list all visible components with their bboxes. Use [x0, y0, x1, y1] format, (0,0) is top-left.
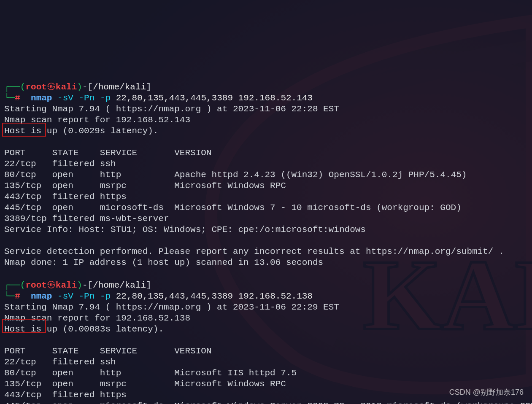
prompt-user: root: [25, 82, 46, 92]
prompt-cwd: /home/kali: [93, 280, 146, 290]
table-row: 80/tcp open http Microsoft IIS httpd 7.5: [4, 368, 297, 378]
prompt-l2-pre: └─: [4, 291, 15, 301]
scan1-svcinfo: Service Info: Host: STU1; OS: Windows; C…: [4, 225, 366, 234]
cmd-flag-p: -p: [100, 291, 111, 301]
terminal-window[interactable]: KALI ┌──(root㉿kali)-[/home/kali] └─# nma…: [0, 0, 532, 404]
cmd-flag-sv: -sV: [57, 291, 73, 301]
prompt-cwd: /home/kali: [93, 82, 146, 92]
prompt-hash: #: [15, 93, 20, 103]
scan1-header: PORT STATE SERVICE VERSION: [4, 148, 211, 158]
terminal-output: ┌──(root㉿kali)-[/home/kali] └─# nmap -sV…: [4, 70, 528, 404]
cmd-flag-pn: -Pn: [79, 291, 95, 301]
scan1-detect: Service detection performed. Please repo…: [4, 247, 504, 256]
prompt-open: ┌──(: [4, 82, 25, 92]
prompt-line-1: ┌──(root㉿kali)-[/home/kali]: [4, 82, 151, 92]
prompt-close: ): [77, 82, 82, 92]
table-row: 3389/tcp filtered ms-wbt-server: [4, 214, 169, 224]
scan1-start: Starting Nmap 7.94 ( https://nmap.org ) …: [4, 104, 339, 114]
prompt-l2-pre: └─: [4, 93, 15, 103]
scan2-hostup: Host is up (0.00083s latency).: [4, 324, 164, 334]
table-row: 80/tcp open http Apache httpd 2.4.23 ((W…: [4, 170, 467, 180]
prompt-dash: -[: [82, 280, 93, 290]
cmd-flag-p: -p: [100, 93, 111, 103]
table-row: 445/tcp open microsoft-ds Microsoft Wind…: [4, 401, 532, 404]
prompt-line-2[interactable]: └─# nmap -sV -Pn -p 22,80,135,443,445,33…: [4, 93, 313, 103]
prompt-line-1: ┌──(root㉿kali)-[/home/kali]: [4, 280, 151, 290]
prompt-close: ): [77, 280, 82, 290]
table-row: 443/tcp filtered https: [4, 390, 127, 400]
table-row: 135/tcp open msrpc Microsoft Windows RPC: [4, 379, 286, 389]
prompt-close-bracket: ]: [146, 82, 151, 92]
prompt-user: root: [25, 280, 46, 290]
scan1-done: Nmap done: 1 IP address (1 host up) scan…: [4, 258, 323, 267]
cmd-args: 22,80,135,443,445,3389 192.168.52.138: [116, 291, 313, 301]
cmd-nmap: nmap: [31, 93, 52, 103]
scan2-header: PORT STATE SERVICE VERSION: [4, 346, 211, 356]
cmd-args: 22,80,135,443,445,3389 192.168.52.143: [116, 93, 313, 103]
table-row: 22/tcp filtered ssh: [4, 357, 116, 367]
table-row: 22/tcp filtered ssh: [4, 159, 116, 169]
scan1-hostup: Host is up (0.0029s latency).: [4, 126, 158, 136]
cmd-nmap: nmap: [31, 291, 52, 301]
prompt-host: kali: [56, 82, 77, 92]
prompt-hash: #: [15, 291, 20, 301]
csdn-watermark: CSDN @别野加奈176: [449, 387, 524, 398]
skull-icon: ㉿: [47, 279, 56, 290]
prompt-close-bracket: ]: [146, 280, 151, 290]
cmd-flag-pn: -Pn: [79, 93, 95, 103]
prompt-host: kali: [56, 280, 77, 290]
scan2-start: Starting Nmap 7.94 ( https://nmap.org ) …: [4, 302, 339, 312]
prompt-dash: -[: [82, 82, 93, 92]
skull-icon: ㉿: [47, 81, 56, 92]
table-row: 135/tcp open msrpc Microsoft Windows RPC: [4, 181, 286, 191]
table-row: 445/tcp open microsoft-ds Microsoft Wind…: [4, 203, 462, 213]
scan1-report: Nmap scan report for 192.168.52.143: [4, 115, 190, 125]
prompt-open: ┌──(: [4, 280, 25, 290]
prompt-line-2[interactable]: └─# nmap -sV -Pn -p 22,80,135,443,445,33…: [4, 291, 313, 301]
scan2-report: Nmap scan report for 192.168.52.138: [4, 313, 190, 323]
table-row: 443/tcp filtered https: [4, 192, 127, 202]
cmd-flag-sv: -sV: [57, 93, 73, 103]
